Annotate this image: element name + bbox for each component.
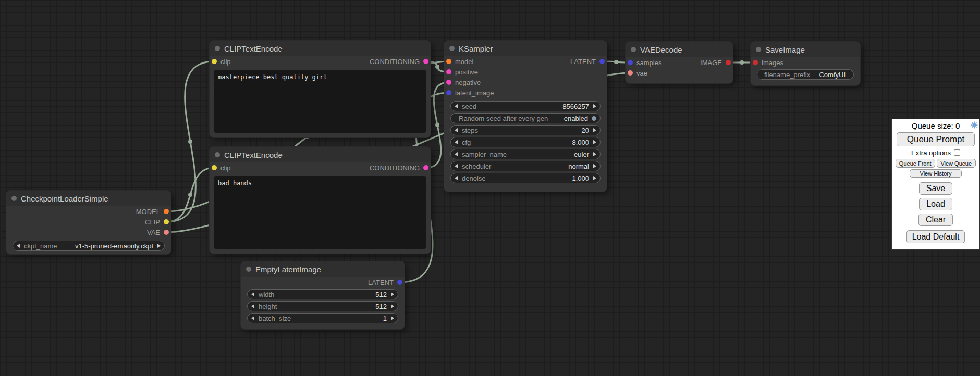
combo-right-arrow-icon[interactable] <box>593 164 596 168</box>
widget-seed[interactable]: seed 8566257 <box>450 101 601 111</box>
load-button[interactable]: Load <box>919 198 952 210</box>
output-slot-conditioning[interactable] <box>423 59 428 64</box>
decrement-arrow-icon[interactable] <box>455 128 458 132</box>
widget-label: cfg <box>462 139 471 146</box>
input-slot-images[interactable] <box>753 60 758 65</box>
output-label-model: MODEL <box>136 208 160 216</box>
combo-right-arrow-icon[interactable] <box>157 244 161 248</box>
node-collapse-dot-icon[interactable] <box>215 152 220 157</box>
save-button[interactable]: Save <box>919 182 952 195</box>
output-slot-conditioning[interactable] <box>423 165 428 170</box>
input-label-model: model <box>455 58 473 66</box>
widget-height[interactable]: height 512 <box>247 301 398 311</box>
widget-cfg[interactable]: cfg 8.000 <box>450 137 601 147</box>
output-label-latent: LATENT <box>368 279 394 286</box>
node-collapse-dot-icon[interactable] <box>215 46 220 51</box>
input-label-positive: positive <box>455 68 478 76</box>
queue-prompt-button[interactable]: Queue Prompt <box>897 132 975 146</box>
node-title-bar[interactable]: SaveImage <box>751 42 860 57</box>
queue-front-button[interactable]: Queue Front <box>896 159 935 168</box>
view-history-button[interactable]: View History <box>910 169 962 178</box>
widget-steps[interactable]: steps 20 <box>450 125 601 135</box>
node-cliptextencode-positive[interactable]: CLIPTextEncode clip CONDITIONING masterp… <box>210 41 431 137</box>
node-collapse-dot-icon[interactable] <box>449 46 455 51</box>
input-slot-positive[interactable] <box>446 69 451 74</box>
node-checkpointloadersimple[interactable]: CheckpointLoaderSimple MODEL CLIP VAE ck… <box>6 191 171 254</box>
extra-options-checkbox[interactable] <box>954 149 960 156</box>
settings-gear-icon[interactable] <box>971 121 978 129</box>
node-title-bar[interactable]: EmptyLatentImage <box>241 261 405 277</box>
output-slot-model[interactable] <box>164 209 169 214</box>
widget-sampler-name[interactable]: sampler_name euler <box>450 149 601 159</box>
node-title-bar[interactable]: CLIPTextEncode <box>210 147 431 162</box>
output-slot-vae[interactable] <box>164 230 169 235</box>
node-title: CLIPTextEncode <box>224 44 283 53</box>
input-slot-negative[interactable] <box>446 80 451 85</box>
decrement-arrow-icon[interactable] <box>251 316 254 320</box>
input-slot-model[interactable] <box>446 59 451 64</box>
prompt-text-input[interactable]: bad hands <box>214 176 426 249</box>
node-collapse-dot-icon[interactable] <box>631 47 636 52</box>
node-title-bar[interactable]: CheckpointLoaderSimple <box>6 191 171 206</box>
node-collapse-dot-icon[interactable] <box>756 47 761 52</box>
clear-button[interactable]: Clear <box>918 214 953 226</box>
decrement-arrow-icon[interactable] <box>251 304 254 308</box>
increment-arrow-icon[interactable] <box>593 140 596 144</box>
output-slot-latent[interactable] <box>397 280 402 285</box>
widget-batch-size[interactable]: batch_size 1 <box>247 313 398 323</box>
decrement-arrow-icon[interactable] <box>455 176 458 180</box>
widget-label: batch_size <box>259 315 291 322</box>
comfy-menu-panel[interactable]: Queue size: 0 Queue Prompt Extra options… <box>891 119 980 250</box>
node-title-bar[interactable]: CLIPTextEncode <box>210 41 431 56</box>
increment-arrow-icon[interactable] <box>391 292 394 296</box>
load-default-button[interactable]: Load Default <box>906 230 965 243</box>
input-slot-vae[interactable] <box>628 70 633 76</box>
input-slot-clip[interactable] <box>212 59 217 64</box>
prompt-text-input[interactable]: masterpiece best quality girl <box>214 70 426 133</box>
combo-left-arrow-icon[interactable] <box>17 244 20 248</box>
output-slot-image[interactable] <box>726 60 731 65</box>
node-ksampler[interactable]: KSampler model LATENT positive negative … <box>444 41 607 192</box>
output-slot-latent[interactable] <box>599 59 605 64</box>
decrement-arrow-icon[interactable] <box>455 140 458 144</box>
node-cliptextencode-negative[interactable]: CLIPTextEncode clip CONDITIONING bad han… <box>210 147 431 254</box>
view-queue-button[interactable]: View Queue <box>937 159 976 168</box>
input-slot-samples[interactable] <box>628 60 633 65</box>
combo-left-arrow-icon[interactable] <box>455 164 458 168</box>
output-slot-clip[interactable] <box>164 219 169 224</box>
increment-arrow-icon[interactable] <box>391 304 394 308</box>
output-label-conditioning: CONDITIONING <box>370 164 420 172</box>
increment-arrow-icon[interactable] <box>593 104 596 108</box>
combo-left-arrow-icon[interactable] <box>455 152 458 156</box>
node-title: EmptyLatentImage <box>255 265 321 274</box>
input-label-clip: clip <box>220 164 231 172</box>
widget-ckpt-name[interactable]: ckpt_name v1-5-pruned-emaonly.ckpt <box>13 241 165 251</box>
node-title-bar[interactable]: VAEDecode <box>626 42 733 57</box>
widget-label: seed <box>462 103 476 110</box>
combo-right-arrow-icon[interactable] <box>593 152 596 156</box>
increment-arrow-icon[interactable] <box>593 176 596 180</box>
widget-value: 8.000 <box>572 139 589 146</box>
node-saveimage[interactable]: SaveImage images filename_prefix ComfyUI <box>751 42 860 85</box>
node-title-bar[interactable]: KSampler <box>444 41 607 56</box>
toggle-indicator-icon[interactable] <box>592 116 596 121</box>
widget-filename-prefix[interactable]: filename_prefix ComfyUI <box>757 69 854 80</box>
decrement-arrow-icon[interactable] <box>455 104 458 108</box>
node-collapse-dot-icon[interactable] <box>11 196 17 201</box>
increment-arrow-icon[interactable] <box>391 316 394 320</box>
widget-value: 20 <box>582 127 589 134</box>
node-collapse-dot-icon[interactable] <box>246 267 251 272</box>
extra-options-label: Extra options <box>911 149 951 157</box>
widget-width[interactable]: width 512 <box>247 289 398 299</box>
node-title: CheckpointLoaderSimple <box>21 194 108 203</box>
widget-value: 512 <box>375 303 387 310</box>
decrement-arrow-icon[interactable] <box>251 292 254 296</box>
widget-scheduler[interactable]: scheduler normal <box>450 161 601 171</box>
input-slot-clip[interactable] <box>212 165 217 170</box>
input-slot-latent-image[interactable] <box>446 90 451 95</box>
node-vaedecode[interactable]: VAEDecode samples IMAGE vae <box>626 42 733 83</box>
widget-random-seed-toggle[interactable]: Random seed after every gen enabled <box>450 113 601 123</box>
widget-denoise[interactable]: denoise 1.000 <box>450 173 601 183</box>
node-emptylatentimage[interactable]: EmptyLatentImage LATENT width 512 height… <box>241 261 405 329</box>
increment-arrow-icon[interactable] <box>593 128 596 132</box>
